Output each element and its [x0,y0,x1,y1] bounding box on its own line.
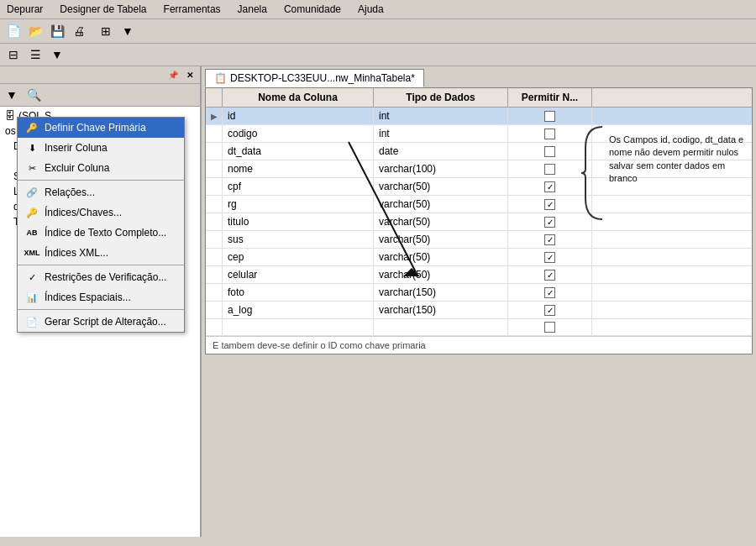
table-row[interactable]: ▶ id int [206,108,752,125]
table-row[interactable]: rg varchar(50) ✓ [206,196,752,213]
table-row[interactable]: foto varchar(150) ✓ [206,284,752,302]
col-name[interactable] [223,319,374,335]
col-type[interactable]: varchar(150) [374,284,508,301]
filter-icon[interactable]: ▼ [2,86,22,104]
checkbox-checked[interactable]: ✓ [544,199,555,210]
col-name[interactable]: codigo [223,125,374,142]
col-name[interactable]: sus [223,231,374,248]
col-type[interactable]: varchar(50) [374,196,508,213]
col-nullable[interactable] [508,319,592,335]
checkbox-checked[interactable]: ✓ [544,181,555,192]
col-nullable[interactable]: ✓ [508,231,592,248]
tb2-btn1[interactable]: ⊟ [3,45,24,64]
menu-ferramentas[interactable]: Ferramentas [160,2,224,17]
checkbox-unchecked[interactable] [544,164,555,175]
checkbox-checked[interactable]: ✓ [544,270,555,281]
col-type[interactable]: varchar(50) [374,213,508,230]
col-type[interactable]: varchar(50) [374,231,508,248]
context-menu-item-fulltext[interactable]: AB Índice de Texto Completo... [18,223,184,243]
col-name[interactable]: rg [223,196,374,213]
menu-designer[interactable]: Designer de Tabela [56,2,150,17]
checkbox-checked[interactable]: ✓ [544,252,555,263]
table-row[interactable]: a_log varchar(150) ✓ [206,302,752,319]
search-icon[interactable]: 🔍 [24,86,44,104]
table-row[interactable]: titulo varchar(50) ✓ [206,213,752,231]
pin-icon[interactable]: 📌 [166,68,180,81]
row-indicator [206,319,223,335]
menu-comunidade[interactable]: Comunidade [281,2,344,17]
menu-depurar[interactable]: Depurar [3,2,46,17]
checkbox-checked[interactable]: ✓ [544,287,555,298]
db-icon: 🗄 [5,110,15,122]
checkbox-unchecked[interactable] [544,111,555,122]
context-menu-item-xml[interactable]: XML Índices XML... [18,243,184,263]
col-name[interactable]: id [223,108,374,124]
col-type[interactable]: varchar(50) [374,178,508,195]
grid-btn[interactable]: ⊞ [96,22,116,40]
col-name[interactable]: celular [223,266,374,283]
context-menu-item-script[interactable]: 📄 Gerar Script de Alteração... [18,312,184,332]
checkbox-checked[interactable]: ✓ [544,305,555,316]
checkbox-empty[interactable] [544,322,555,333]
context-menu-item-indices[interactable]: 🔑 Índices/Chaves... [18,202,184,223]
col-name[interactable]: nome [223,160,374,177]
col-type[interactable]: varchar(100) [374,160,508,177]
table-row[interactable]: cep varchar(50) ✓ [206,249,752,266]
open-btn[interactable]: 📂 [25,22,45,40]
left-panel-toolbar: ▼ 🔍 [0,84,200,107]
new-file-btn[interactable]: 📄 [3,22,24,40]
col-nullable[interactable] [508,108,592,124]
col-nullable[interactable]: ✓ [508,213,592,230]
menu-janela[interactable]: Janela [234,2,270,17]
row-indicator [206,196,223,213]
col-nullable[interactable]: ✓ [508,178,592,195]
col-name[interactable]: titulo [223,213,374,230]
close-left-panel-btn[interactable]: ✕ [183,68,197,81]
checkbox-unchecked[interactable] [544,129,555,139]
col-nullable[interactable] [508,143,592,160]
context-menu-item-relacoes[interactable]: 🔗 Relações... [18,182,184,202]
col-name[interactable]: dt_data [223,143,374,160]
tb2-btn2[interactable]: ☰ [25,45,45,64]
col-nullable[interactable]: ✓ [508,266,592,283]
context-menu-item-inserir-coluna[interactable]: ⬇ Inserir Coluna [18,138,184,158]
col-nullable[interactable] [508,160,592,177]
table-row-empty[interactable] [206,319,752,336]
dropdown-btn[interactable]: ▼ [118,22,138,40]
checkbox-checked[interactable]: ✓ [544,234,555,245]
tb2-dropdown[interactable]: ▼ [47,45,67,64]
col-type[interactable]: int [374,125,508,142]
checkbox-unchecked[interactable] [544,146,555,157]
col-name[interactable]: cpf [223,178,374,195]
col-type[interactable] [374,319,508,335]
table-designer-tab[interactable]: 📋 DESKTOP-LC33EUU...nw_MinhaTabela* [205,69,424,87]
table-row[interactable]: sus varchar(50) ✓ [206,231,752,249]
col-nullable[interactable]: ✓ [508,196,592,213]
context-menu-item-excluir-coluna[interactable]: ✂ Excluir Coluna [18,158,184,178]
tab-title: DESKTOP-LC33EUU...nw_MinhaTabela* [230,72,415,84]
col-nullable[interactable]: ✓ [508,302,592,318]
col-type[interactable]: int [374,108,508,124]
save-btn[interactable]: 💾 [47,22,67,40]
menu-ajuda[interactable]: Ajuda [354,2,387,17]
context-menu-item-definir-chave[interactable]: 🔑 Definir Chave Primária [18,118,184,138]
checkbox-checked[interactable]: ✓ [544,217,555,228]
col-nullable[interactable]: ✓ [508,249,592,265]
print-btn[interactable]: 🖨 [69,22,89,40]
col-type[interactable]: varchar(50) [374,249,508,265]
col-name[interactable]: foto [223,284,374,301]
col-nullable[interactable] [508,125,592,142]
context-menu-item-espaciais[interactable]: 📊 Índices Espaciais... [18,287,184,307]
main-layout: 📌 ✕ ▼ 🔍 🗄(SQL S... os Dados archs SP L d… [0,66,756,537]
context-menu-item-restricoes[interactable]: ✓ Restrições de Verificação... [18,267,184,287]
key-icon: 🔑 [24,121,39,134]
col-name[interactable]: a_log [223,302,374,318]
col-nullable[interactable]: ✓ [508,284,592,301]
col-type[interactable]: date [374,143,508,160]
col-type[interactable]: varchar(150) [374,302,508,318]
row-indicator [206,231,223,248]
col-type[interactable]: varchar(50) [374,266,508,283]
tab-bar: 📋 DESKTOP-LC33EUU...nw_MinhaTabela* [202,66,756,87]
col-name[interactable]: cep [223,249,374,265]
table-row[interactable]: celular varchar(50) ✓ [206,266,752,284]
